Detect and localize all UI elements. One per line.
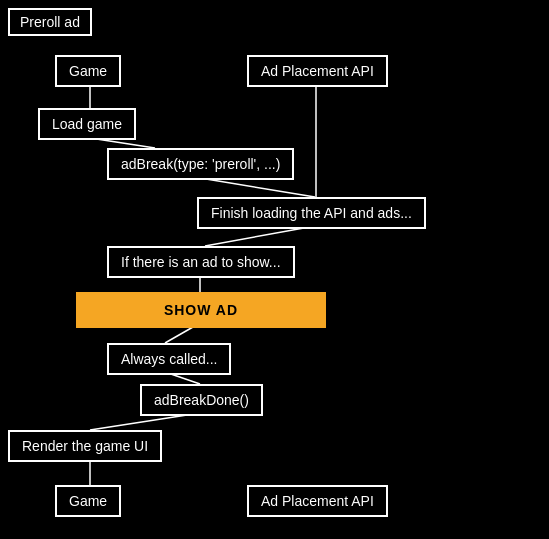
preroll-ad-label: Preroll ad — [8, 8, 92, 36]
if-ad-box: If there is an ad to show... — [107, 246, 295, 278]
svg-line-3 — [205, 226, 315, 246]
ad-placement-api-top-box: Ad Placement API — [247, 55, 388, 87]
game-bottom-box: Game — [55, 485, 121, 517]
ad-placement-api-bottom-box: Ad Placement API — [247, 485, 388, 517]
svg-line-2 — [200, 178, 315, 197]
ad-break-done-box: adBreakDone() — [140, 384, 263, 416]
show-ad-box: SHOW AD — [76, 292, 326, 328]
load-game-box: Load game — [38, 108, 136, 140]
finish-loading-box: Finish loading the API and ads... — [197, 197, 426, 229]
game-top-box: Game — [55, 55, 121, 87]
render-game-ui-box: Render the game UI — [8, 430, 162, 462]
ad-break-call-box: adBreak(type: 'preroll', ...) — [107, 148, 294, 180]
always-called-box: Always called... — [107, 343, 231, 375]
